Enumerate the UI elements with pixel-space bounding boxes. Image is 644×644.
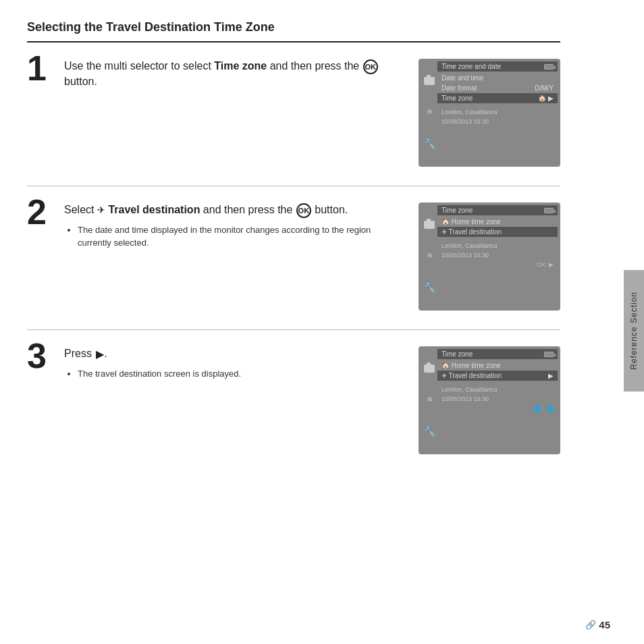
step-2-with-screen: Select ✈ Travel destination and then pre…: [64, 203, 560, 311]
screen-1-row-0-label: Date and time: [441, 74, 483, 82]
screen-2-location: London, Casablanca: [437, 241, 558, 250]
step-3-number: 3: [27, 338, 64, 373]
step-2-bold: Travel destination: [108, 204, 200, 215]
step-3-bullet-0: The travel destination screen is display…: [78, 367, 405, 381]
step-2-end: button.: [312, 204, 348, 215]
step-1-end: button.: [64, 76, 97, 87]
screen-1-row-0: Date and time: [437, 73, 558, 83]
step-3-section: 3 Press ▶. The travel destination screen…: [27, 344, 560, 454]
screen-1-header: Time zone and date: [437, 61, 558, 72]
step-2-suffix: and then press the: [200, 204, 295, 215]
screen-2-header-text: Time zone: [441, 207, 473, 214]
screen-2-left-icons: ≋ 🔧: [422, 203, 437, 311]
screen-2-row-1: ✈ Travel destination: [437, 227, 558, 237]
screen-1-row-2: Time zone 🏠 ▶: [437, 93, 558, 103]
step-1-ok-btn: OK: [363, 59, 378, 74]
step-2-bullet-0: The date and time displayed in the monit…: [78, 223, 405, 250]
screen-2-header: Time zone: [437, 205, 558, 215]
signal-icon-2: ≋: [427, 251, 433, 260]
step-1-bold: Time zone: [214, 60, 267, 72]
screen-1-row-2-value: 🏠 ▶: [538, 95, 554, 102]
screen-2-datetime: 15/05/2013 15:30: [437, 250, 558, 260]
wrench-icon-2: 🔧: [424, 282, 435, 293]
step-3-arrow: ▶: [96, 347, 104, 362]
signal-icon-3: ≋: [427, 395, 433, 404]
step-1-body: Use the multi selector to select Time zo…: [64, 56, 560, 167]
camera-icon-2: [424, 221, 435, 229]
step-2-ok-btn: OK: [296, 203, 311, 218]
step-2-number: 2: [27, 194, 64, 230]
step-2-arrow: ✈: [97, 204, 105, 217]
screen-2-row-0: 🏠 Home time zone: [437, 217, 558, 227]
screen-3-row-1: ✈ Travel destination ▶: [437, 371, 558, 381]
battery-icon-3: [544, 352, 554, 357]
step-1-with-screen: Use the multi selector to select Time zo…: [64, 59, 560, 167]
screen-3-row-1-value: ▶: [548, 372, 554, 379]
page-number: 45: [599, 619, 610, 630]
screen-1-row-1-value: D/M/Y: [535, 84, 554, 92]
step-1-section: 1 Use the multi selector to select Time …: [27, 56, 560, 167]
camera-icon-1: [424, 77, 435, 85]
reference-section-label: Reference Section: [629, 292, 639, 370]
step-1-number: 1: [27, 51, 64, 86]
screen-1-row-1-label: Date format: [441, 84, 477, 92]
screen-3-location: London, Casablanca: [437, 385, 558, 394]
top-rule: [27, 41, 560, 43]
screen-3: ≋ 🔧 Time zone 🏠 Home time zone ✈ Travel …: [419, 346, 560, 454]
step-divider-1: [27, 186, 560, 186]
page-number-area: 🔗 45: [585, 619, 610, 630]
screen-3-footer: 🌐 : 🌐: [437, 404, 558, 413]
screen-2-row-0-label: 🏠 Home time zone: [441, 218, 501, 225]
step-2-text-area: Select ✈ Travel destination and then pre…: [64, 203, 405, 250]
screen-1-header-text: Time zone and date: [441, 63, 501, 70]
screen-2-row-1-label: ✈ Travel destination: [441, 228, 502, 236]
step-1-suffix: and then press the: [267, 60, 362, 72]
screen-3-header: Time zone: [437, 349, 558, 359]
screen-1-row-1: Date format D/M/Y: [437, 83, 558, 93]
screen-1-datetime: 15/05/2013 15:30: [437, 117, 558, 126]
reference-section-tab: Reference Section: [624, 270, 644, 392]
step-2-section: 2 Select ✈ Travel destination and then p…: [27, 200, 560, 311]
signal-icon-1: ≋: [427, 107, 433, 116]
screen-3-datetime: 15/05/2013 15:30: [437, 394, 558, 404]
battery-icon-1: [544, 64, 554, 70]
screen-3-row-1-label: ✈ Travel destination: [441, 372, 502, 379]
page-num-icon-left: 🔗: [585, 620, 596, 630]
screen-3-header-text: Time zone: [441, 350, 473, 358]
screen-1-left-icons: ≋ 🔧: [422, 59, 437, 167]
step-3-text-area: Press ▶. The travel destination screen i…: [64, 346, 405, 380]
step-3-body: Press ▶. The travel destination screen i…: [64, 344, 560, 454]
screen-3-left-icons: ≋ 🔧: [422, 346, 437, 454]
step-3-prefix: Press: [64, 348, 95, 359]
step-3-with-screen: Press ▶. The travel destination screen i…: [64, 346, 560, 454]
screen-1-location: London, Casablanca: [437, 107, 558, 117]
step-2-prefix: Select: [64, 204, 97, 215]
step-1-text-area: Use the multi selector to select Time zo…: [64, 59, 405, 95]
step-1-instruction: Use the multi selector to select Time zo…: [64, 59, 405, 89]
step-2-bullets: The date and time displayed in the monit…: [78, 223, 405, 250]
step-divider-2: [27, 329, 560, 330]
screen-3-row-0-label: 🏠 Home time zone: [441, 362, 501, 369]
camera-icon-3: [424, 365, 435, 373]
step-3-instruction: Press ▶.: [64, 346, 405, 362]
step-3-bullets: The travel destination screen is display…: [78, 367, 405, 381]
page-title: Selecting the Travel Destination Time Zo…: [27, 20, 560, 34]
screen-3-content: Time zone 🏠 Home time zone ✈ Travel dest…: [437, 346, 560, 416]
screen-2: ≋ 🔧 Time zone 🏠 Home time zone ✈ Travel …: [419, 203, 560, 311]
battery-icon-2: [544, 208, 554, 213]
step-1-prefix: Use the multi selector to select: [64, 60, 214, 72]
screen-2-footer: OK: ▶: [437, 260, 558, 269]
wrench-icon-3: 🔧: [424, 426, 435, 437]
screen-1-content: Time zone and date Date and time Date fo…: [437, 59, 560, 129]
step-2-body: Select ✈ Travel destination and then pre…: [64, 200, 560, 311]
step-3-suffix: .: [104, 348, 107, 359]
screen-1: ≋ 🔧 Time zone and date Date and time Dat…: [419, 59, 560, 167]
screen-1-row-2-label: Time zone: [441, 95, 473, 102]
screen-2-content: Time zone 🏠 Home time zone ✈ Travel dest…: [437, 203, 560, 272]
wrench-icon-1: 🔧: [424, 138, 435, 149]
step-2-instruction: Select ✈ Travel destination and then pre…: [64, 203, 405, 218]
screen-3-row-0: 🏠 Home time zone: [437, 360, 558, 371]
